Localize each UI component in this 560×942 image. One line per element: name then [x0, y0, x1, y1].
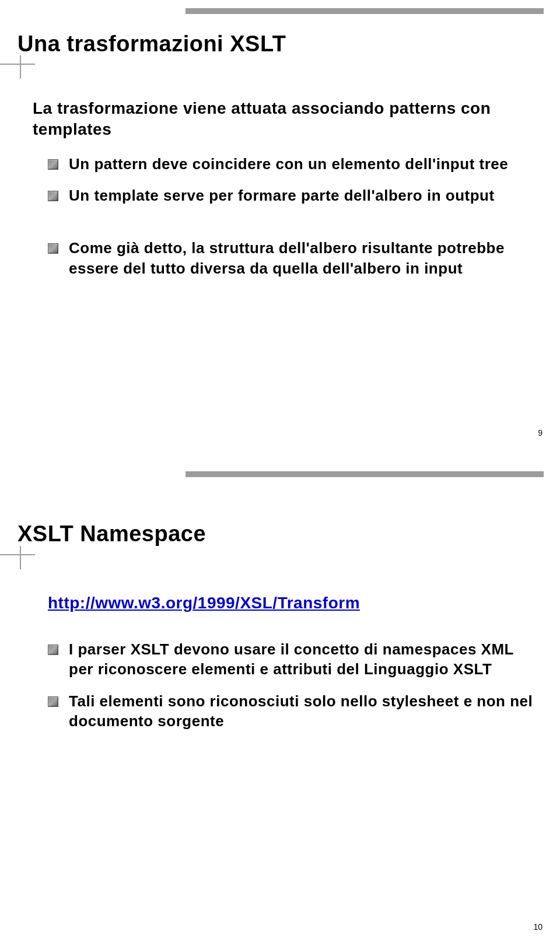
list-item: Tali elementi sono riconosciuti solo nel…	[48, 691, 537, 731]
title-ornament	[0, 546, 35, 569]
slide-1: Una trasformazioni XSLT La trasformazion…	[0, 0, 560, 461]
page-number: 9	[538, 428, 542, 437]
page-number: 10	[533, 922, 542, 932]
content-area: http://www.w3.org/1999/XSL/Transform I p…	[33, 594, 537, 743]
bullet-group: I parser XSLT devono usare il concetto d…	[48, 639, 537, 731]
list-item: Un template serve per formare parte dell…	[48, 185, 537, 205]
bullet-group-2: Come già detto, la struttura dell'albero…	[48, 238, 537, 278]
slide-title: XSLT Namespace	[18, 521, 206, 547]
slide-2: XSLT Namespace http://www.w3.org/1999/XS…	[0, 461, 560, 942]
namespace-link[interactable]: http://www.w3.org/1999/XSL/Transform	[48, 594, 537, 612]
title-area: XSLT Namespace	[18, 521, 206, 547]
title-area: Una trasformazioni XSLT	[18, 31, 286, 57]
subtitle: La trasformazione viene attuata associan…	[33, 98, 537, 140]
slide-title: Una trasformazioni XSLT	[18, 31, 286, 57]
list-item: Come già detto, la struttura dell'albero…	[48, 238, 537, 278]
content-area: La trasformazione viene attuata associan…	[33, 98, 537, 290]
title-ornament	[0, 55, 35, 79]
bullet-group-1: Un pattern deve coincidere con un elemen…	[48, 154, 537, 206]
divider-top	[186, 471, 544, 477]
divider-top	[186, 8, 544, 14]
list-item: I parser XSLT devono usare il concetto d…	[48, 639, 537, 680]
list-item: Un pattern deve coincidere con un elemen…	[48, 154, 537, 174]
